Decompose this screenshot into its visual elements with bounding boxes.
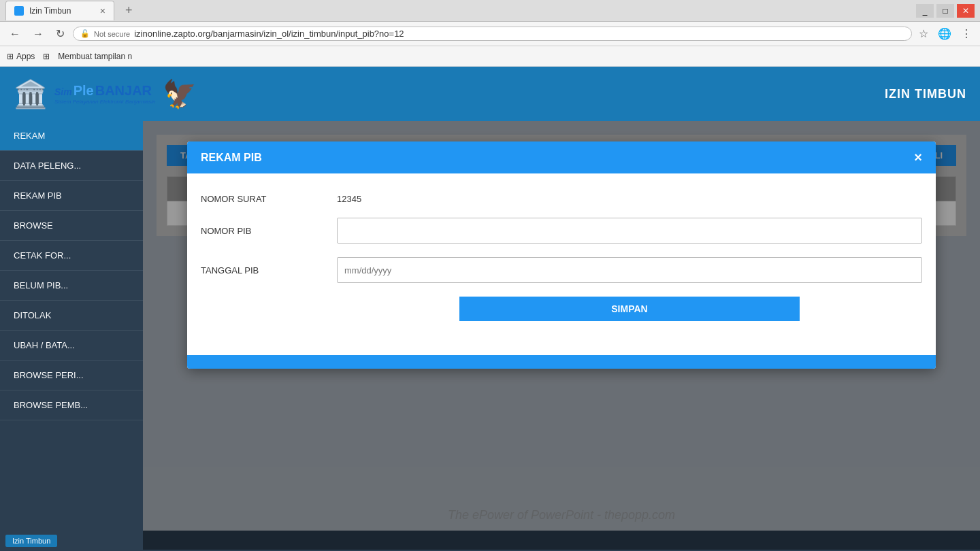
main-content: TAMBAH KEMBALI NOMOR PIB TANGGAL PIB — [143, 121, 980, 550]
sidebar-item-ditolak[interactable]: DITOLAK — [0, 301, 143, 331]
not-secure-label: Not secure — [94, 30, 130, 38]
tab-close-button[interactable]: × — [100, 5, 105, 16]
form-row-nomor-surat: NOMOR SURAT 12345 — [201, 194, 922, 204]
bookmarks-membuat[interactable]: Membuat tampilan n — [58, 52, 132, 61]
logo-bird: 🦅 — [163, 78, 197, 110]
window-controls: _ □ ✕ — [916, 4, 975, 18]
modal-title: REKAM PIB — [201, 152, 262, 164]
sidebar-ubah-label: UBAH / BATA... — [14, 340, 75, 350]
logo-banjar: BANJAR — [95, 83, 152, 99]
sidebar-browse-label: BROWSE — [14, 220, 53, 231]
close-button[interactable]: ✕ — [957, 4, 975, 18]
new-tab-button[interactable]: + — [120, 3, 138, 18]
sidebar-item-ubah[interactable]: UBAH / BATA... — [0, 331, 143, 361]
content-area: REKAM DATA PELENG... REKAM PIB BROWSE CE… — [0, 121, 980, 550]
back-button[interactable]: ← — [5, 25, 24, 43]
sidebar-item-rekam[interactable]: REKAM — [0, 121, 143, 151]
form-row-tanggal-pib: TANGGAL PIB — [201, 257, 922, 283]
bookmarks-microsoft[interactable]: ⊞ — [43, 52, 50, 61]
bookmarks-membuat-label: Membuat tampilan n — [58, 52, 132, 61]
modal-overlay: REKAM PIB × NOMOR SURAT 12345 NOMOR PIB — [143, 121, 980, 550]
logo-sim: Sim — [54, 86, 72, 97]
sidebar-data-peleng-label: DATA PELENG... — [14, 161, 81, 171]
address-bar-wrap[interactable]: 🔓 Not secure — [73, 27, 912, 41]
form-row-nomor-pib: NOMOR PIB — [201, 218, 922, 244]
nomor-pib-label: NOMOR PIB — [201, 226, 337, 236]
modal-header: REKAM PIB × — [187, 141, 936, 173]
tanggal-pib-input[interactable] — [337, 257, 922, 283]
nomor-pib-input[interactable] — [337, 218, 922, 244]
sidebar: REKAM DATA PELENG... REKAM PIB BROWSE CE… — [0, 121, 143, 550]
apps-grid-icon: ⊞ — [7, 52, 14, 61]
logo-subtitle: Sistem Pelayanan Elektronik Banjarmasin — [54, 99, 156, 105]
menu-button[interactable]: ⋮ — [958, 26, 975, 41]
tab-title: Izin Timbun — [29, 6, 95, 16]
bookmarks-apps-label: Apps — [16, 52, 35, 61]
sidebar-item-browse-peru[interactable]: BROWSE PERI... — [0, 361, 143, 390]
sidebar-item-rekam-pib[interactable]: REKAM PIB — [0, 181, 143, 211]
address-input[interactable] — [134, 29, 904, 39]
nav-bar: ← → ↻ 🔓 Not secure ☆ 🌐 ⋮ — [0, 22, 980, 46]
nomor-surat-label: NOMOR SURAT — [201, 194, 337, 204]
sidebar-item-browse[interactable]: BROWSE — [0, 211, 143, 241]
sidebar-cetak-label: CETAK FOR... — [14, 250, 71, 261]
page-title: IZIN TIMBUN — [885, 87, 966, 101]
page-content: 🏛️ Sim Ple BANJAR Sistem Pelayanan Elekt… — [0, 67, 980, 550]
sidebar-item-browse-pemb[interactable]: BROWSE PEMB... — [0, 390, 143, 420]
nav-right-icons: ☆ 🌐 ⋮ — [916, 26, 975, 41]
sidebar-item-data-peleng[interactable]: DATA PELENG... — [0, 151, 143, 181]
sidebar-rekam-pib-label: REKAM PIB — [14, 190, 62, 201]
sidebar-item-belum-pib[interactable]: BELUM PIB... — [0, 271, 143, 301]
logo-emblem: 🏛️ — [14, 78, 48, 110]
sidebar-ditolak-label: DITOLAK — [14, 310, 51, 320]
minimize-button[interactable]: _ — [916, 4, 934, 18]
bookmark-star-button[interactable]: ☆ — [916, 26, 931, 41]
tab-favicon — [14, 6, 24, 16]
rekam-pib-modal: REKAM PIB × NOMOR SURAT 12345 NOMOR PIB — [187, 141, 936, 369]
sidebar-browse-pemb-label: BROWSE PEMB... — [14, 400, 88, 410]
sidebar-item-cetak[interactable]: CETAK FOR... — [0, 241, 143, 271]
title-bar: Izin Timbun × + _ □ ✕ — [0, 0, 980, 22]
sidebar-belum-pib-label: BELUM PIB... — [14, 280, 68, 290]
taskbar-browser-item[interactable]: Izin Timbun — [5, 535, 57, 547]
logo-area: 🏛️ Sim Ple BANJAR Sistem Pelayanan Elekt… — [14, 78, 197, 110]
modal-close-button[interactable]: × — [914, 150, 922, 165]
logo-text-wrap: Sim Ple BANJAR Sistem Pelayanan Elektron… — [54, 83, 156, 105]
nomor-surat-value: 12345 — [337, 194, 361, 204]
site-header: 🏛️ Sim Ple BANJAR Sistem Pelayanan Elekt… — [0, 67, 980, 121]
modal-body: NOMOR SURAT 12345 NOMOR PIB TANGGAL PIB — [187, 173, 936, 355]
forward-button[interactable]: → — [29, 25, 48, 43]
bookmarks-bar: ⊞ Apps ⊞ Membuat tampilan n — [0, 46, 980, 67]
form-row-save: SIMPAN — [337, 297, 922, 321]
sidebar-browse-peru-label: BROWSE PERI... — [14, 370, 84, 380]
sidebar-rekam-label: REKAM — [14, 131, 45, 141]
simpan-button[interactable]: SIMPAN — [459, 297, 800, 321]
modal-footer-blue — [187, 355, 936, 369]
globe-button[interactable]: 🌐 — [935, 26, 954, 41]
maximize-button[interactable]: □ — [936, 4, 954, 18]
tanggal-pib-label: TANGGAL PIB — [201, 265, 337, 276]
not-secure-icon: 🔓 — [80, 29, 90, 38]
browser-tab[interactable]: Izin Timbun × — [5, 1, 114, 20]
refresh-button[interactable]: ↻ — [52, 24, 69, 43]
logo-ple: Ple — [74, 83, 94, 99]
bookmarks-apps[interactable]: ⊞ Apps — [7, 52, 35, 61]
logo-box: Sim Ple BANJAR Sistem Pelayanan Elektron… — [54, 83, 156, 105]
microsoft-icon: ⊞ — [43, 52, 50, 61]
